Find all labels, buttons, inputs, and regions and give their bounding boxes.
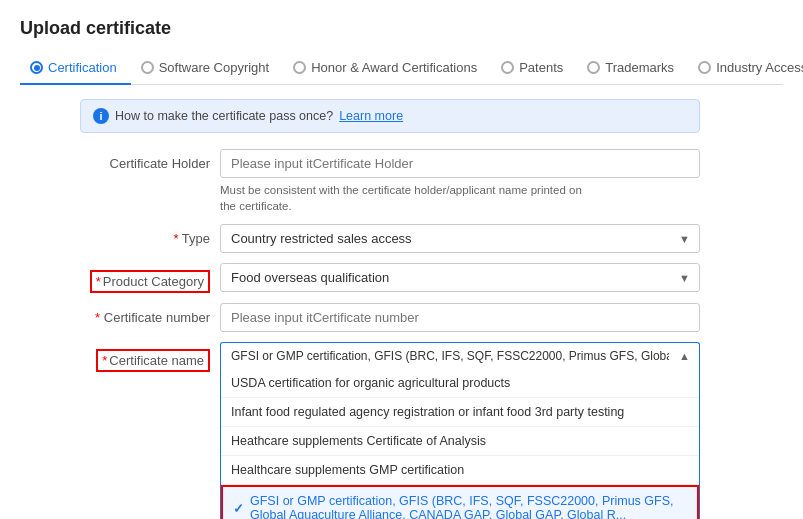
product-category-label-wrap: *Product Category	[80, 263, 220, 293]
info-icon: i	[93, 108, 109, 124]
type-label: Type	[80, 224, 220, 246]
cert-option-infant-food[interactable]: Infant food regulated agency registratio…	[221, 398, 699, 427]
type-select[interactable]: Country restricted sales access	[220, 224, 700, 253]
tab-bar: Certification Software Copyright Honor &…	[20, 53, 783, 85]
certificate-name-input-wrap: ▲	[220, 342, 700, 369]
cert-option-healthcare-coa[interactable]: Heathcare supplements Certificate of Ana…	[221, 427, 699, 456]
certificate-holder-row: Certificate Holder Must be consistent wi…	[80, 149, 783, 214]
certificate-number-row: Certificate number	[80, 303, 783, 332]
certificate-number-field-wrap	[220, 303, 700, 332]
info-banner: i How to make the certificate pass once?…	[80, 99, 700, 133]
certificate-holder-input[interactable]	[220, 149, 700, 178]
tab-honor-award-label: Honor & Award Certifications	[311, 60, 477, 75]
certificate-name-required-star: *	[102, 353, 107, 368]
certificate-number-label: Certificate number	[80, 303, 220, 325]
tab-certification-label: Certification	[48, 60, 117, 75]
tab-industry-access[interactable]: Industry Access Qualification	[688, 54, 803, 85]
certificate-name-arrow-icon: ▲	[679, 350, 690, 362]
learn-more-link[interactable]: Learn more	[339, 109, 403, 123]
cert-option-gfsi-gmp-text: GFSI or GMP certification, GFIS (BRC, IF…	[250, 494, 687, 519]
form-area: Certificate Holder Must be consistent wi…	[80, 149, 783, 519]
certificate-name-input[interactable]	[220, 342, 700, 369]
cert-option-gfsi-gmp[interactable]: ✓ GFSI or GMP certification, GFIS (BRC, …	[221, 485, 699, 519]
product-category-select-wrap: Food overseas qualification ▼	[220, 263, 700, 292]
checkmark-icon: ✓	[233, 501, 244, 516]
tab-honor-award[interactable]: Honor & Award Certifications	[283, 54, 491, 85]
product-category-select[interactable]: Food overseas qualification	[220, 263, 700, 292]
type-field-wrap: Country restricted sales access ▼	[220, 224, 700, 253]
tab-software-copyright-label: Software Copyright	[159, 60, 270, 75]
certificate-name-dropdown: USDA certification for organic agricultu…	[220, 369, 700, 519]
radio-industry-access	[698, 61, 711, 74]
tab-patents[interactable]: Patents	[491, 54, 577, 85]
tab-certification[interactable]: Certification	[20, 54, 131, 85]
radio-certification	[30, 61, 43, 74]
certificate-name-label: Certificate name	[109, 353, 204, 368]
tab-software-copyright[interactable]: Software Copyright	[131, 54, 284, 85]
product-category-required-star: *	[96, 274, 101, 289]
radio-patents	[501, 61, 514, 74]
radio-honor-award	[293, 61, 306, 74]
certificate-holder-label: Certificate Holder	[80, 149, 220, 171]
tab-industry-access-label: Industry Access Qualification	[716, 60, 803, 75]
tab-trademarks[interactable]: Trademarks	[577, 54, 688, 85]
radio-trademarks	[587, 61, 600, 74]
tab-trademarks-label: Trademarks	[605, 60, 674, 75]
cert-option-usda[interactable]: USDA certification for organic agricultu…	[221, 369, 699, 398]
cert-option-healthcare-gmp[interactable]: Healthcare supplements GMP certification	[221, 456, 699, 485]
certificate-holder-helper: Must be consistent with the certificate …	[220, 182, 700, 214]
product-category-row: *Product Category Food overseas qualific…	[80, 263, 783, 293]
radio-software-copyright	[141, 61, 154, 74]
tab-patents-label: Patents	[519, 60, 563, 75]
type-row: Type Country restricted sales access ▼	[80, 224, 783, 253]
product-category-label: Product Category	[103, 274, 204, 289]
type-select-wrap: Country restricted sales access ▼	[220, 224, 700, 253]
certificate-number-input[interactable]	[220, 303, 700, 332]
product-category-field-wrap: Food overseas qualification ▼	[220, 263, 700, 292]
info-banner-text: How to make the certificate pass once?	[115, 109, 333, 123]
certificate-name-field-wrap: ▲ USDA certification for organic agricul…	[220, 342, 700, 519]
certificate-name-label-wrap: *Certificate name	[80, 342, 220, 372]
page-title: Upload certificate	[20, 18, 783, 39]
certificate-holder-field-wrap: Must be consistent with the certificate …	[220, 149, 700, 214]
page-container: Upload certificate Certification Softwar…	[0, 0, 803, 519]
certificate-name-row: *Certificate name ▲ USDA certification f…	[80, 342, 783, 519]
